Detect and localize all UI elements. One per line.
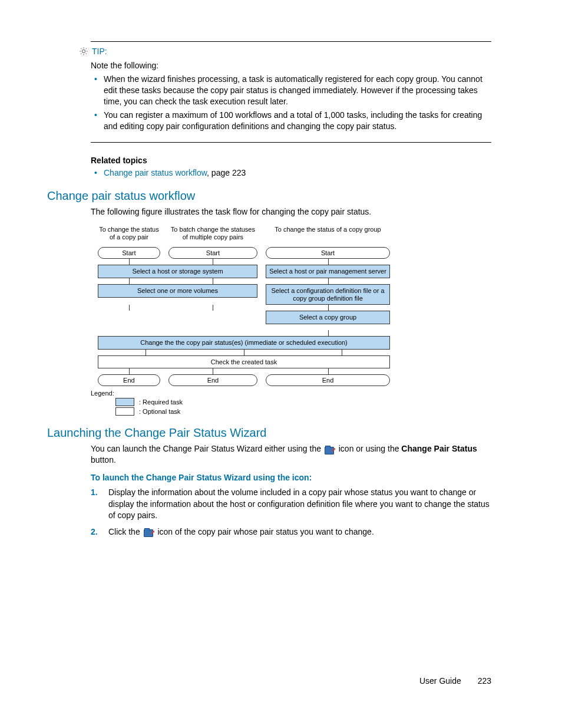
footer-page: 223 — [478, 676, 491, 686]
flow-step: Select a configuration definition file o… — [266, 284, 390, 305]
svg-line-5 — [81, 48, 81, 49]
text: You can launch the Change Pair Status Wi… — [91, 444, 323, 453]
text: icon of the copy pair whose pair status … — [156, 527, 374, 536]
content-column: TIP: Note the following: When the wizard… — [91, 41, 491, 538]
procedure-heading: To launch the Change Pair Status Wizard … — [91, 473, 491, 482]
text: Click the — [108, 527, 143, 536]
page: TIP: Note the following: When the wizard… — [0, 0, 562, 728]
text: icon or using the — [336, 444, 402, 453]
change-pair-status-icon — [144, 528, 154, 537]
legend-swatch-optional — [115, 407, 134, 416]
svg-line-7 — [81, 54, 81, 54]
flow-end: End — [168, 374, 257, 386]
footer-label: User Guide — [419, 676, 461, 686]
section-intro: The following figure illustrates the tas… — [91, 206, 491, 218]
related-heading: Related topics — [91, 156, 491, 165]
page-footer: User Guide 223 — [419, 676, 491, 686]
procedure-steps: Display the information about the volume… — [91, 487, 491, 538]
flow-start: Start — [266, 247, 390, 259]
flow-step: Select a host or storage system — [98, 265, 257, 278]
launch-paragraph: You can launch the Change Pair Status Wi… — [91, 443, 491, 466]
legend-label: Legend: — [91, 390, 397, 397]
tip-note: Note the following: — [91, 61, 491, 70]
svg-line-6 — [86, 54, 87, 54]
tip-list: When the wizard finishes processing, a t… — [91, 74, 491, 131]
flow-step: Select one or more volumes — [98, 284, 257, 298]
tip-header: TIP: — [79, 47, 491, 56]
step: Display the information about the volume… — [108, 487, 491, 522]
related-list: Change pair status workflow, page 223 — [91, 167, 491, 179]
section-heading-workflow: Change pair status workflow — [47, 189, 491, 203]
svg-point-0 — [82, 50, 85, 52]
button-name: Change Pair Status — [401, 444, 477, 453]
tip-item: When the wizard finishes processing, a t… — [104, 74, 491, 107]
flow-start: Start — [98, 247, 160, 259]
flow-end: End — [266, 374, 390, 386]
flow-step-optional: Check the created task — [98, 355, 390, 369]
related-link[interactable]: Change pair status workflow — [104, 168, 207, 177]
flow-legend: Legend: : Required task : Optional task — [91, 390, 397, 416]
tip-block: TIP: Note the following: When the wizard… — [91, 41, 491, 143]
flow-step: Select a host or pair management server — [266, 265, 390, 278]
related-item: Change pair status workflow, page 223 — [104, 167, 491, 179]
step: Click the icon of the copy pair whose pa… — [108, 526, 491, 538]
flow-start: Start — [168, 247, 257, 259]
section-heading-launch: Launching the Change Pair Status Wizard — [47, 426, 491, 440]
lightbulb-icon — [79, 47, 88, 56]
tip-item: You can register a maximum of 100 workfl… — [104, 110, 491, 132]
flow-step: Change the the copy pair status(es) (imm… — [98, 336, 390, 350]
text: button. — [91, 455, 116, 465]
flow-end: End — [98, 374, 160, 386]
flow-col-head: To batch change the statuses of multiple… — [167, 226, 259, 243]
related-suffix: , page 223 — [207, 168, 246, 177]
flow-col-head: To change the status of a copy group — [265, 226, 391, 243]
flow-col-head: To change the status of a copy pair — [97, 226, 161, 243]
workflow-figure: To change the status of a copy pair To b… — [91, 226, 397, 416]
legend-text: : Optional task — [139, 408, 180, 415]
change-pair-status-icon — [325, 445, 335, 454]
legend-swatch-required — [115, 398, 134, 406]
svg-line-8 — [86, 48, 87, 49]
legend-text: : Required task — [139, 398, 183, 406]
flow-step: Select a copy group — [266, 311, 390, 324]
tip-label: TIP: — [92, 47, 107, 56]
